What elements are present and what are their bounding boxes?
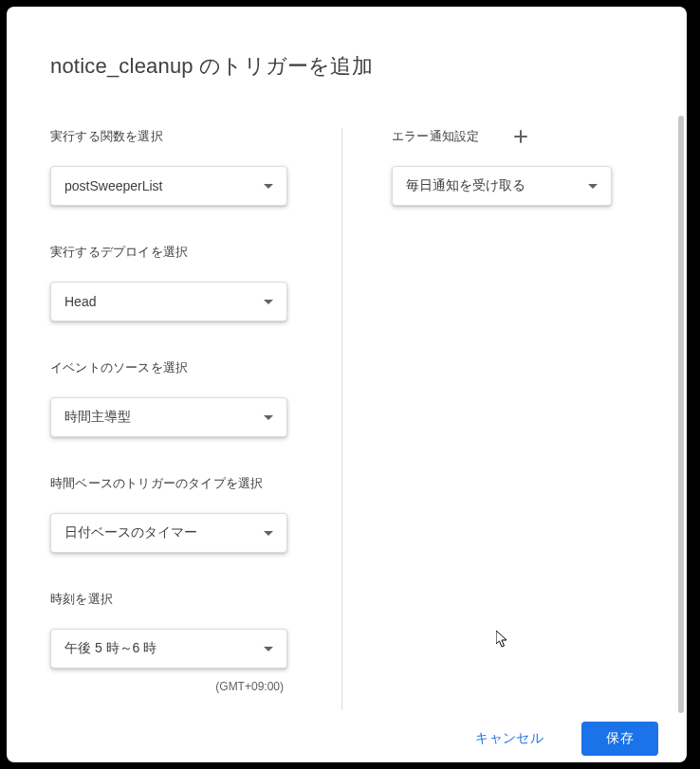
deploy-select[interactable]: Head [50, 282, 287, 321]
time-field-group: 時刻を選択 午後 5 時～6 時 (GMT+09:00) [50, 591, 302, 693]
trigger-type-select-value: 日付ベースのタイマー [64, 524, 264, 541]
dialog-title: notice_cleanup のトリガーを追加 [50, 52, 643, 81]
event-source-select-value: 時間主導型 [64, 409, 264, 426]
function-label: 実行する関数を選択 [50, 128, 302, 145]
right-column: エラー通知設定 毎日通知を受け取る [342, 128, 643, 715]
trigger-type-field-group: 時間ベースのトリガーのタイプを選択 日付ベースのタイマー [50, 475, 302, 553]
time-select[interactable]: 午後 5 時～6 時 [50, 629, 287, 668]
trigger-type-label: 時間ベースのトリガーのタイプを選択 [50, 475, 302, 492]
deploy-field-group: 実行するデプロイを選択 Head [50, 244, 302, 321]
dropdown-arrow-icon [264, 415, 273, 420]
trigger-dialog: notice_cleanup のトリガーを追加 実行する関数を選択 postSw… [7, 7, 687, 762]
function-select-value: postSweeperList [64, 178, 264, 193]
cancel-button[interactable]: キャンセル [454, 722, 564, 756]
plus-icon [513, 129, 528, 144]
dropdown-arrow-icon [588, 184, 598, 189]
dropdown-arrow-icon [264, 647, 273, 651]
event-source-label: イベントのソースを選択 [50, 359, 302, 376]
event-source-select[interactable]: 時間主導型 [50, 397, 287, 437]
error-label-row: エラー通知設定 [392, 128, 643, 145]
event-source-field-group: イベントのソースを選択 時間主導型 [50, 359, 302, 437]
error-notify-select[interactable]: 毎日通知を受け取る [392, 166, 612, 206]
deploy-select-value: Head [64, 294, 264, 309]
dropdown-arrow-icon [264, 300, 273, 304]
time-select-value: 午後 5 時～6 時 [64, 640, 264, 657]
scrollbar-thumb[interactable] [678, 116, 684, 713]
dialog-footer: キャンセル 保存 [7, 715, 687, 762]
add-notification-button[interactable] [513, 129, 528, 144]
save-button[interactable]: 保存 [581, 722, 658, 756]
dialog-body: 実行する関数を選択 postSweeperList 実行するデプロイを選択 He… [7, 90, 687, 715]
error-notify-label: エラー通知設定 [392, 128, 479, 145]
function-select[interactable]: postSweeperList [50, 166, 287, 206]
deploy-label: 実行するデプロイを選択 [50, 244, 302, 261]
dropdown-arrow-icon [264, 184, 273, 189]
function-field-group: 実行する関数を選択 postSweeperList [50, 128, 302, 206]
error-notify-field-group: エラー通知設定 毎日通知を受け取る [392, 128, 643, 206]
timezone-note: (GMT+09:00) [50, 680, 287, 693]
dialog-header: notice_cleanup のトリガーを追加 [7, 7, 687, 90]
left-column: 実行する関数を選択 postSweeperList 実行するデプロイを選択 He… [50, 128, 341, 715]
error-notify-select-value: 毎日通知を受け取る [406, 177, 588, 194]
dropdown-arrow-icon [264, 531, 273, 536]
time-label: 時刻を選択 [50, 591, 302, 608]
trigger-type-select[interactable]: 日付ベースのタイマー [50, 513, 287, 553]
